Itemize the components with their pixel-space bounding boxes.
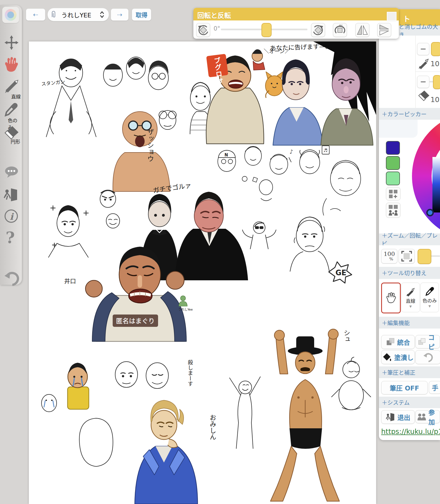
eraser-size-minus-button[interactable] [417,76,429,88]
pen-size-slider-thumb[interactable] [431,42,440,56]
fetch-button[interactable]: 取得 [132,8,151,21]
back-arrow-icon: ⇠ [33,11,38,18]
eraser-size-slider-thumb[interactable] [433,75,440,89]
participants-icon [417,413,426,421]
join-button[interactable]: 参加 [415,410,440,423]
line-tool-icon[interactable] [4,78,19,94]
room-select-value: うれしYEE [61,10,91,19]
tool-line-button[interactable]: 直線 ▼ [401,283,420,312]
undo-icon [423,352,433,362]
system-header[interactable]: ＋システム [379,397,440,408]
rotate-slider-thumb[interactable] [261,23,272,37]
history-back-button[interactable]: ⇠ [26,8,45,21]
figure-cowboy [270,329,339,501]
user-marker: うれしYee [178,295,201,311]
help-icon[interactable]: ? [6,228,15,247]
move-tool-icon[interactable] [4,35,18,50]
flip-horizontal-button[interactable] [355,23,369,37]
figure-angel [242,222,276,249]
flip-vertical-button[interactable] [377,23,391,37]
figure-small-faces [100,190,120,228]
copy-button[interactable]: コピ [415,335,440,348]
pressure-off-button[interactable]: 筆圧 OFF [381,381,428,394]
hue-ring-indicator[interactable] [426,209,434,216]
exit-door-icon[interactable] [4,187,18,202]
rotate-reset-button[interactable]: 0° [333,23,347,37]
user-marker-avatar-icon [178,295,188,306]
undo-icon[interactable] [4,270,19,286]
chat-icon[interactable] [4,165,18,179]
flip-vertical-icon [379,24,390,36]
forward-arrow-icon: ⇢ [117,11,122,18]
annotation-iguchi: 井口 [64,278,76,285]
line-tool-label: 直線 [11,93,21,100]
pen-icon [418,57,430,69]
palette-share-button[interactable] [386,203,400,218]
zoom-header[interactable]: ＋ズーム／回転／プレビ [379,233,440,245]
pen-size-value: 10 [430,60,439,68]
color-only-tool-icon[interactable] [4,103,18,117]
zoom-slider-thumb[interactable] [418,249,431,264]
rotate-cw-icon [312,24,324,36]
rotate-panel-header[interactable]: 回転と反転 [193,8,399,20]
exit-door-icon [386,412,395,422]
svg-text:0°: 0° [339,24,343,28]
pressure-header[interactable]: ＋筆圧と補正 [379,366,440,378]
rotate-ccw-button[interactable] [196,23,210,37]
color-wheel-button[interactable] [2,7,19,23]
figure-bald-man [113,110,176,191]
tool-color-only-button[interactable]: 色のみ ▼ [420,283,439,312]
exit-button[interactable]: 退出 [381,410,415,424]
annotation-korosu: 殺しまーす [187,360,193,386]
figure-sweat-man [290,217,329,271]
zoom-value-button[interactable]: 100 % [381,249,397,263]
drawing-canvas[interactable]: スタンガン ザッショウ [29,41,376,504]
annotation-ge-burst: GE [329,262,352,283]
hand-tool-icon[interactable] [3,56,19,73]
left-toolbar: 直線 色のみ 円形 i ? [0,5,22,285]
color-picker-header[interactable]: ＋カラーピッカー [379,108,440,120]
figure-crying-boy [41,363,89,412]
sv-gradient-square[interactable] [432,157,440,212]
figure-rider [252,49,265,70]
hand-correction-button[interactable]: 手 [429,381,440,394]
pen-size-minus-button[interactable] [417,43,429,55]
svg-text:i: i [10,211,14,222]
undo-button[interactable] [415,350,440,364]
annotation-omishin: おみしん [209,414,216,440]
user-marker-name: うれしYee [178,307,201,311]
edit-header[interactable]: ＋編集機能 [379,317,440,329]
eraser-tool-label: 円形 [11,138,20,145]
figure-portrait-pair [273,58,373,145]
eraser-icon [418,90,430,101]
right-sidebar: ト と消しゴムの大き 10 10 ＋カラーピッカー [379,9,440,440]
fit-screen-icon [401,251,412,262]
annotation-announce: あなたに告げます—。 [270,43,332,52]
figure-sumo-baby [332,357,371,410]
history-forward-button[interactable]: ⇢ [111,8,129,21]
svg-text:♬: ♬ [323,148,327,153]
figure-armpit-man [230,377,260,448]
pen-size-section: 10 10 [379,36,440,108]
room-select[interactable]: うれしYEE [47,8,109,21]
rotate-ccw-icon [198,24,209,36]
tool-switch-header[interactable]: ＋ツール切り替え [379,267,440,279]
rotate-angle-label: 0° [214,25,220,32]
fit-screen-button[interactable] [399,249,415,263]
fill-button[interactable]: 塗潰し [381,350,415,364]
palette-swatch-1[interactable] [386,141,400,155]
palette-swatch-3[interactable] [386,172,400,185]
merge-button[interactable]: 統合 [381,335,415,349]
svg-text:N: N [224,152,228,158]
copy-icon [418,337,426,346]
room-link[interactable]: https://kuku.lu/p1 [381,427,440,436]
zoom-row: 100 % [379,245,440,267]
palette-swatch-2[interactable] [386,156,400,170]
palette-add-button[interactable] [386,187,400,200]
figure-blond-man [135,400,198,504]
tool-hand-button[interactable] [381,283,401,313]
rotate-cw-button[interactable] [311,23,325,37]
rotate-panel-close-box[interactable] [387,12,397,21]
tool-switch-row: 直線 ▼ 色のみ ▼ [379,279,440,317]
info-icon[interactable]: i [4,209,18,224]
